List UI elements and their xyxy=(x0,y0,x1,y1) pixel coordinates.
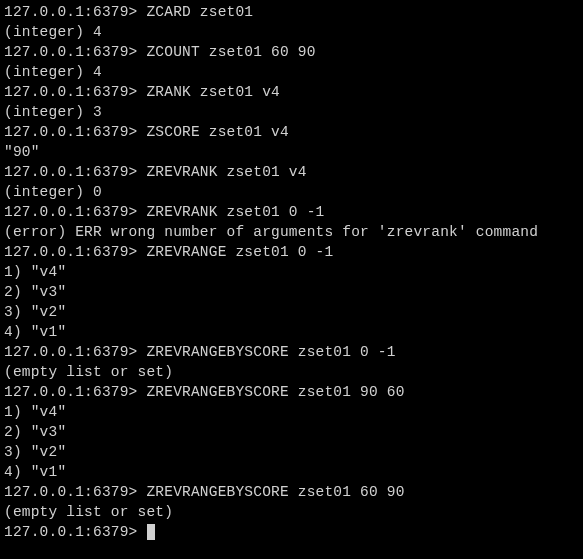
terminal-command-line: 127.0.0.1:6379> ZCOUNT zset01 60 90 xyxy=(4,42,579,62)
output-text: (error) ERR wrong number of arguments fo… xyxy=(4,224,538,240)
output-text: (empty list or set) xyxy=(4,364,173,380)
output-text: "90" xyxy=(4,144,40,160)
output-text: (integer) 4 xyxy=(4,64,102,80)
prompt: 127.0.0.1:6379> xyxy=(4,44,146,60)
output-text: 3) "v2" xyxy=(4,444,66,460)
prompt: 127.0.0.1:6379> xyxy=(4,124,146,140)
prompt: 127.0.0.1:6379> xyxy=(4,524,146,540)
terminal-command-line: 127.0.0.1:6379> ZREVRANGEBYSCORE zset01 … xyxy=(4,382,579,402)
terminal-output-line: (integer) 0 xyxy=(4,182,579,202)
terminal-command-line: 127.0.0.1:6379> ZCARD zset01 xyxy=(4,2,579,22)
prompt: 127.0.0.1:6379> xyxy=(4,384,146,400)
terminal-command-line: 127.0.0.1:6379> ZREVRANGEBYSCORE zset01 … xyxy=(4,342,579,362)
terminal-command-line: 127.0.0.1:6379> ZRANK zset01 v4 xyxy=(4,82,579,102)
terminal-output-line: (integer) 3 xyxy=(4,102,579,122)
terminal-output-line: (empty list or set) xyxy=(4,362,579,382)
output-text: 4) "v1" xyxy=(4,464,66,480)
output-text: 4) "v1" xyxy=(4,324,66,340)
terminal-output-line: 2) "v3" xyxy=(4,282,579,302)
output-text: 2) "v3" xyxy=(4,284,66,300)
terminal-command-line: 127.0.0.1:6379> ZSCORE zset01 v4 xyxy=(4,122,579,142)
prompt: 127.0.0.1:6379> xyxy=(4,84,146,100)
terminal-command-line: 127.0.0.1:6379> xyxy=(4,522,579,542)
terminal-command-line: 127.0.0.1:6379> ZREVRANGEBYSCORE zset01 … xyxy=(4,482,579,502)
command-text: ZREVRANGE zset01 0 -1 xyxy=(146,244,333,260)
output-text: (integer) 4 xyxy=(4,24,102,40)
terminal-output-line: 4) "v1" xyxy=(4,322,579,342)
output-text: (integer) 0 xyxy=(4,184,102,200)
terminal-output-line: 1) "v4" xyxy=(4,262,579,282)
cursor xyxy=(147,524,155,540)
output-text: 2) "v3" xyxy=(4,424,66,440)
prompt: 127.0.0.1:6379> xyxy=(4,4,146,20)
output-text: (empty list or set) xyxy=(4,504,173,520)
output-text: (integer) 3 xyxy=(4,104,102,120)
output-text: 1) "v4" xyxy=(4,404,66,420)
prompt: 127.0.0.1:6379> xyxy=(4,204,146,220)
prompt: 127.0.0.1:6379> xyxy=(4,244,146,260)
terminal-command-line: 127.0.0.1:6379> ZREVRANK zset01 0 -1 xyxy=(4,202,579,222)
terminal-output-line: (empty list or set) xyxy=(4,502,579,522)
command-text: ZREVRANK zset01 v4 xyxy=(146,164,306,180)
terminal-command-line: 127.0.0.1:6379> ZREVRANK zset01 v4 xyxy=(4,162,579,182)
prompt: 127.0.0.1:6379> xyxy=(4,164,146,180)
output-text: 1) "v4" xyxy=(4,264,66,280)
command-text: ZRANK zset01 v4 xyxy=(146,84,280,100)
terminal-command-line: 127.0.0.1:6379> ZREVRANGE zset01 0 -1 xyxy=(4,242,579,262)
terminal-output-line: 3) "v2" xyxy=(4,442,579,462)
command-text: ZREVRANGEBYSCORE zset01 60 90 xyxy=(146,484,404,500)
command-text: ZCOUNT zset01 60 90 xyxy=(146,44,315,60)
prompt: 127.0.0.1:6379> xyxy=(4,344,146,360)
prompt: 127.0.0.1:6379> xyxy=(4,484,146,500)
terminal-output-line: "90" xyxy=(4,142,579,162)
terminal-output-line: (integer) 4 xyxy=(4,22,579,42)
command-text: ZREVRANK zset01 0 -1 xyxy=(146,204,324,220)
terminal-output-line: (error) ERR wrong number of arguments fo… xyxy=(4,222,579,242)
output-text: 3) "v2" xyxy=(4,304,66,320)
command-text: ZREVRANGEBYSCORE zset01 0 -1 xyxy=(146,344,395,360)
terminal-output-line: 1) "v4" xyxy=(4,402,579,422)
terminal[interactable]: 127.0.0.1:6379> ZCARD zset01(integer) 41… xyxy=(0,0,583,544)
terminal-output-line: 4) "v1" xyxy=(4,462,579,482)
terminal-output-line: (integer) 4 xyxy=(4,62,579,82)
command-text: ZCARD zset01 xyxy=(146,4,253,20)
terminal-output-line: 3) "v2" xyxy=(4,302,579,322)
terminal-output-line: 2) "v3" xyxy=(4,422,579,442)
command-text: ZREVRANGEBYSCORE zset01 90 60 xyxy=(146,384,404,400)
command-text: ZSCORE zset01 v4 xyxy=(146,124,288,140)
